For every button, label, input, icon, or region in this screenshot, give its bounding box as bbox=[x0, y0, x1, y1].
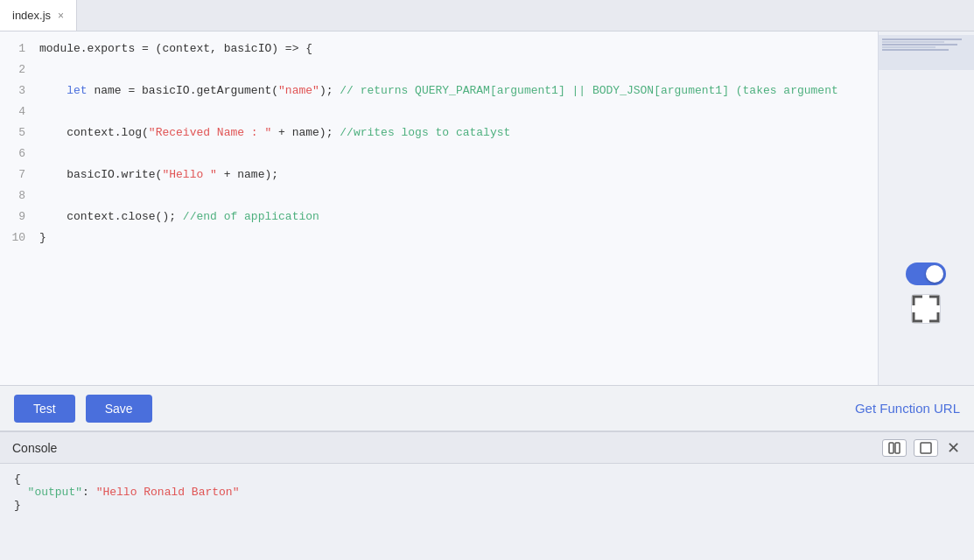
bottom-toolbar: Test Save Get Function URL bbox=[0, 385, 974, 430]
save-button[interactable]: Save bbox=[86, 395, 152, 423]
expand-button[interactable] bbox=[911, 294, 941, 324]
table-row: 6 bbox=[0, 144, 878, 164]
tab-close-icon[interactable]: × bbox=[58, 10, 64, 21]
line-content: let name = basicIO.getArgument("name"); … bbox=[39, 80, 838, 102]
table-row: 9 context.close(); //end of application bbox=[0, 206, 878, 228]
right-controls bbox=[878, 254, 974, 332]
console-panel: Console ✕ { "output": "Hello Ronald Bart… bbox=[0, 430, 974, 560]
console-header: Console ✕ bbox=[0, 432, 974, 464]
get-function-url-link[interactable]: Get Function URL bbox=[855, 401, 960, 416]
console-controls: ✕ bbox=[882, 439, 962, 457]
console-title: Console bbox=[12, 441, 57, 455]
full-icon bbox=[920, 442, 932, 454]
line-number: 2 bbox=[0, 60, 39, 80]
line-content: context.close(); //end of application bbox=[39, 206, 319, 228]
test-button[interactable]: Test bbox=[14, 395, 75, 423]
svg-rect-2 bbox=[921, 443, 931, 453]
line-content: } bbox=[39, 228, 46, 248]
line-number: 4 bbox=[0, 102, 39, 122]
console-close-button[interactable]: ✕ bbox=[945, 440, 962, 456]
line-number: 1 bbox=[0, 38, 39, 60]
split-icon bbox=[888, 442, 900, 454]
file-tab[interactable]: index.js × bbox=[0, 0, 77, 31]
code-editor[interactable]: 1 module.exports = (context, basicIO) =>… bbox=[0, 32, 878, 385]
toggle-button[interactable] bbox=[906, 262, 946, 285]
table-row: 4 bbox=[0, 102, 878, 122]
line-number: 3 bbox=[0, 80, 39, 102]
line-number: 5 bbox=[0, 122, 39, 144]
table-row: 8 bbox=[0, 186, 878, 206]
line-number: 8 bbox=[0, 186, 39, 206]
minimap-preview bbox=[879, 35, 974, 70]
tab-bar: index.js × bbox=[0, 0, 974, 32]
table-row: 2 bbox=[0, 60, 878, 80]
line-number: 10 bbox=[0, 228, 39, 248]
editor-container: 1 module.exports = (context, basicIO) =>… bbox=[0, 32, 974, 385]
console-split-button[interactable] bbox=[882, 439, 907, 457]
table-row: 5 context.log("Received Name : " + name)… bbox=[0, 122, 878, 144]
tab-filename: index.js bbox=[12, 9, 51, 22]
line-content: context.log("Received Name : " + name); … bbox=[39, 122, 510, 144]
console-full-button[interactable] bbox=[914, 439, 938, 457]
console-output: { "output": "Hello Ronald Barton" } bbox=[0, 464, 974, 521]
line-content: module.exports = (context, basicIO) => { bbox=[39, 38, 312, 60]
code-lines: 1 module.exports = (context, basicIO) =>… bbox=[0, 32, 878, 385]
expand-icon bbox=[912, 295, 940, 323]
line-content: basicIO.write("Hello " + name); bbox=[39, 164, 278, 186]
output-line-3: } bbox=[14, 499, 960, 512]
output-line-2: "output": "Hello Ronald Barton" bbox=[14, 486, 960, 499]
svg-rect-1 bbox=[895, 443, 900, 453]
line-number: 7 bbox=[0, 164, 39, 186]
table-row: 10 } bbox=[0, 228, 878, 248]
table-row: 7 basicIO.write("Hello " + name); bbox=[0, 164, 878, 186]
table-row: 1 module.exports = (context, basicIO) =>… bbox=[0, 38, 878, 60]
output-line-1: { bbox=[14, 472, 960, 486]
svg-rect-0 bbox=[889, 443, 893, 453]
line-number: 9 bbox=[0, 206, 39, 228]
line-number: 6 bbox=[0, 144, 39, 164]
table-row: 3 let name = basicIO.getArgument("name")… bbox=[0, 80, 878, 102]
